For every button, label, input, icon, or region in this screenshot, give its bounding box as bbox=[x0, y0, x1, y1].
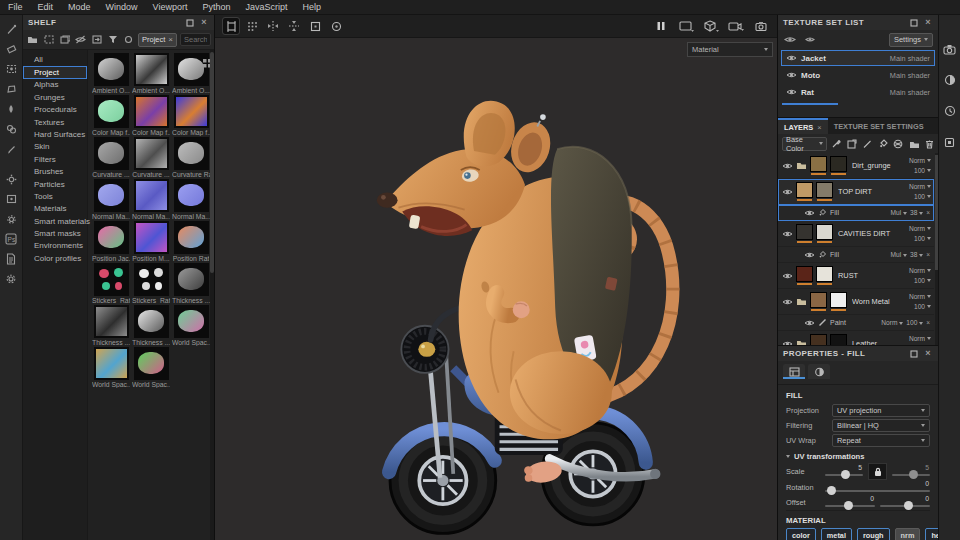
shelf-category-smart-masks[interactable]: Smart masks bbox=[23, 228, 87, 240]
clone-tool-icon[interactable] bbox=[4, 123, 18, 135]
visibility-eye-icon[interactable] bbox=[786, 54, 797, 62]
layer-effect-fill[interactable]: FillMul 38 × bbox=[778, 205, 934, 221]
import-resources-icon[interactable] bbox=[90, 33, 103, 46]
shelf-category-textures[interactable]: Textures bbox=[23, 117, 87, 129]
layer-row-cavities-dirt[interactable]: CAVITIES DIRTNorm 100 bbox=[778, 221, 934, 247]
layer-mask-thumbnail[interactable] bbox=[830, 156, 847, 172]
effect-opacity[interactable]: 100 bbox=[906, 319, 923, 326]
add-smart-material-icon[interactable] bbox=[893, 135, 903, 153]
shelf-item[interactable]: Thickness ... bbox=[92, 305, 130, 346]
photoshop-link-icon[interactable]: Ps bbox=[4, 233, 18, 245]
screenshot-icon[interactable] bbox=[753, 18, 769, 34]
shader-cube-icon[interactable] bbox=[703, 18, 719, 34]
shelf-item[interactable]: Thickness ... bbox=[172, 263, 210, 304]
layer-blend-mode[interactable]: Norm bbox=[909, 156, 931, 166]
shelf-item[interactable]: Thickness ... bbox=[132, 305, 170, 346]
new-shelf-icon[interactable] bbox=[42, 33, 55, 46]
display-gear-icon[interactable] bbox=[4, 213, 18, 225]
menu-viewport[interactable]: Viewport bbox=[153, 2, 188, 12]
visibility-eye-icon[interactable] bbox=[782, 162, 793, 170]
shelf-item[interactable]: Position Rat bbox=[172, 221, 210, 262]
layer-mask-thumbnail[interactable] bbox=[816, 266, 833, 282]
remove-filter-icon[interactable]: × bbox=[168, 35, 173, 44]
display-mode-icon[interactable] bbox=[678, 18, 694, 34]
menu-mode[interactable]: Mode bbox=[68, 2, 91, 12]
search-input[interactable] bbox=[180, 33, 211, 46]
shelf-item[interactable]: Color Map f... bbox=[172, 95, 210, 136]
material-picker-tool-icon[interactable] bbox=[4, 143, 18, 155]
shelf-item[interactable]: Ambient O... bbox=[132, 53, 170, 94]
close-tab-icon[interactable]: × bbox=[817, 123, 821, 132]
layer-opacity[interactable]: 100 bbox=[914, 234, 931, 244]
layer-row-dirt_grunge[interactable]: Dirt_grungeNorm 100 bbox=[778, 153, 934, 179]
tab-layers[interactable]: LAYERS× bbox=[778, 118, 828, 134]
shelf-item[interactable]: Color Map f... bbox=[132, 95, 170, 136]
snap-box-icon[interactable] bbox=[307, 18, 323, 34]
rotation-slider[interactable]: 0 bbox=[825, 480, 930, 495]
shelf-item[interactable]: Normal Ma... bbox=[132, 179, 170, 220]
polygon-fill-tool-icon[interactable] bbox=[4, 83, 18, 95]
display-settings-icon[interactable] bbox=[944, 72, 956, 90]
menu-python[interactable]: Python bbox=[202, 2, 230, 12]
tab-material-properties[interactable] bbox=[808, 364, 830, 379]
layer-content-thumbnail[interactable] bbox=[810, 334, 827, 345]
channel-filter-dropdown[interactable]: Base Color bbox=[782, 137, 827, 151]
visibility-eye-icon[interactable] bbox=[782, 340, 793, 346]
eye-all-icon[interactable] bbox=[783, 33, 796, 46]
shelf-item[interactable]: Stickers_Rat bbox=[92, 263, 130, 304]
snap-circle-icon[interactable] bbox=[328, 18, 344, 34]
offset-x-slider[interactable]: 0 bbox=[825, 495, 875, 510]
layer-blend-mode[interactable]: Norm bbox=[909, 224, 931, 234]
smudge-tool-icon[interactable] bbox=[4, 103, 18, 115]
close-panel-icon[interactable]: × bbox=[923, 349, 933, 359]
scale-x-slider[interactable]: 5 bbox=[825, 464, 863, 479]
float-panel-icon[interactable] bbox=[185, 18, 195, 28]
shelf-item[interactable]: Stickers_Rat... bbox=[132, 263, 170, 304]
shelf-category-skin[interactable]: Skin bbox=[23, 141, 87, 153]
add-layer-icon[interactable] bbox=[847, 135, 857, 153]
layer-blend-mode[interactable]: Norm bbox=[909, 182, 931, 192]
layer-blend-mode[interactable]: Norm bbox=[909, 266, 931, 276]
pause-engine-icon[interactable] bbox=[653, 18, 669, 34]
scale-y-slider[interactable]: 5 bbox=[892, 464, 930, 479]
shelf-item[interactable]: Position M... bbox=[132, 221, 170, 262]
uv-wrap-dropdown[interactable]: Repeat bbox=[832, 434, 930, 447]
uv-grid-icon[interactable] bbox=[244, 18, 260, 34]
shelf-category-brushes[interactable]: Brushes bbox=[23, 166, 87, 178]
eye-off-icon[interactable] bbox=[74, 33, 87, 46]
shelf-category-procedurals[interactable]: Procedurals bbox=[23, 104, 87, 116]
channel-toggle-nrm[interactable]: nrm bbox=[895, 528, 921, 540]
close-panel-icon[interactable]: × bbox=[923, 18, 933, 28]
filter-icon[interactable] bbox=[106, 33, 119, 46]
shelf-category-color-profiles[interactable]: Color profiles bbox=[23, 253, 87, 265]
preferences-gear-icon[interactable] bbox=[4, 273, 18, 285]
shelf-item[interactable]: Curvature Rat bbox=[172, 137, 210, 178]
delete-layer-icon[interactable] bbox=[925, 135, 934, 153]
shelf-item[interactable]: Position Jac... bbox=[92, 221, 130, 262]
offset-y-slider[interactable]: 0 bbox=[880, 495, 930, 510]
transform-gizmo-icon[interactable] bbox=[223, 18, 239, 34]
shelf-item[interactable]: World Spac... bbox=[132, 347, 170, 388]
layer-blend-mode[interactable]: Norm bbox=[909, 334, 931, 344]
menu-javascript[interactable]: JavaScript bbox=[245, 2, 287, 12]
shelf-category-filters[interactable]: Filters bbox=[23, 154, 87, 166]
folder-icon[interactable] bbox=[26, 33, 39, 46]
shelf-item[interactable]: World Spac... bbox=[92, 347, 130, 388]
stack-icon[interactable] bbox=[58, 33, 71, 46]
shelf-category-smart-materials[interactable]: Smart materials bbox=[23, 216, 87, 228]
renderer-camera-icon[interactable] bbox=[943, 41, 956, 59]
texture-set-rat[interactable]: RatMain shader bbox=[781, 84, 935, 100]
layer-blend-mode[interactable]: Norm bbox=[909, 292, 931, 302]
visibility-eye-icon[interactable] bbox=[804, 251, 815, 259]
tab-texture-set-settings[interactable]: TEXTURE SET SETTINGS bbox=[828, 118, 930, 134]
filter-tag-project[interactable]: Project× bbox=[138, 33, 177, 47]
texture-set-jacket[interactable]: JacketMain shader bbox=[781, 50, 935, 66]
paint-tool-icon[interactable] bbox=[4, 23, 18, 35]
scale-lock-button[interactable] bbox=[868, 463, 887, 480]
layers-scrollbar[interactable] bbox=[935, 153, 938, 345]
channel-toggle-rough[interactable]: rough bbox=[857, 528, 890, 540]
layer-opacity[interactable]: 100 bbox=[914, 344, 931, 346]
shelf-item[interactable]: Normal Ma... bbox=[92, 179, 130, 220]
shelf-category-grunges[interactable]: Grunges bbox=[23, 92, 87, 104]
layer-opacity[interactable]: 100 bbox=[914, 302, 931, 312]
